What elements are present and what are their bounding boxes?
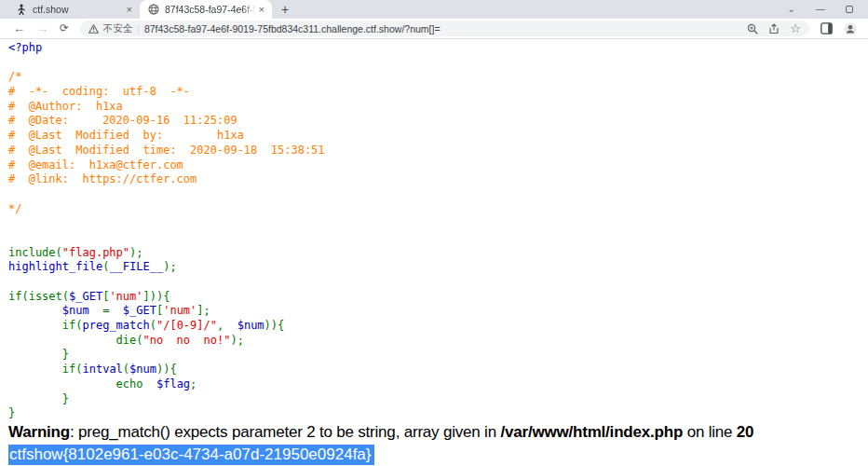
- tab-close-icon[interactable]: ×: [124, 4, 135, 16]
- code-line: # @Date: 2020-09-16 11:25:09: [8, 114, 868, 129]
- omnibox-separator: |: [137, 23, 140, 34]
- code-line: # @Last Modified by: h1xa: [8, 129, 868, 144]
- code-segment: 'num': [163, 304, 197, 317]
- code-segment: ;: [190, 377, 197, 391]
- code-segment: preg_match: [82, 319, 149, 332]
- code-segment: (: [123, 363, 129, 376]
- code-segment: (: [150, 319, 156, 332]
- tab-close-icon[interactable]: ×: [256, 4, 267, 16]
- code-segment: # @Last Modified time: 2020-09-18 15:38:…: [8, 144, 325, 157]
- code-segment: =: [89, 304, 123, 317]
- code-segment: # @Author: h1xa: [8, 100, 123, 113]
- code-line: if(isset($_GET['num'])){: [8, 290, 868, 305]
- zoom-magnifier-icon[interactable]: [747, 23, 758, 34]
- code-segment: # @email: h1xa@ctfer.com: [8, 158, 183, 171]
- globe-favicon-icon: [148, 4, 159, 15]
- code-line: <?php: [8, 41, 868, 56]
- security-warning-icon[interactable]: [88, 24, 99, 34]
- code-line: # @link: https://ctfer.com: [8, 172, 868, 187]
- code-line: }: [8, 392, 868, 407]
- code-segment: )){: [156, 363, 177, 376]
- tab-challenge[interactable]: 87f43c58-fa97-4e6f-9019-75fb ×: [140, 0, 272, 19]
- code-segment: }: [8, 348, 69, 361]
- code-line: die("no no no!");: [8, 334, 868, 349]
- code-segment: ];: [197, 304, 210, 317]
- code-segment: intval: [82, 363, 122, 376]
- warning-mid: on line: [683, 423, 737, 441]
- code-line: [8, 56, 868, 71]
- security-label: 不安全: [103, 22, 133, 35]
- warning-file-path: /var/www/html/index.php: [500, 423, 683, 441]
- code-segment: );: [163, 260, 176, 273]
- reload-button[interactable]: ⟳: [60, 23, 69, 34]
- warning-line-number: 20: [737, 423, 754, 441]
- code-segment: __FILE__: [109, 260, 163, 273]
- code-segment: }: [8, 392, 69, 405]
- code-segment: <?php: [8, 41, 42, 54]
- tab-title: ctf.show: [33, 4, 124, 15]
- tab-ctfshow[interactable]: ctf.show ×: [7, 0, 140, 19]
- code-segment: $num: [237, 319, 264, 332]
- code-segment: 'num': [109, 290, 142, 303]
- bookmark-star-icon[interactable]: ☆: [790, 22, 801, 34]
- share-icon[interactable]: [768, 23, 780, 34]
- flag-line: ctfshow{8102e961-e03c-4734-a07d-21950e09…: [8, 444, 868, 465]
- code-line: }: [8, 406, 868, 421]
- code-line: # @Last Modified time: 2020-09-18 15:38:…: [8, 144, 868, 158]
- code-segment: if(isset(: [8, 290, 69, 303]
- code-line: */: [8, 202, 868, 217]
- php-code: <?php /*# -*- coding: utf-8 -*-# @Author…: [8, 41, 868, 421]
- code-line: # -*- coding: utf-8 -*-: [8, 85, 868, 100]
- code-segment: if(: [8, 319, 82, 332]
- code-line: if(preg_match("/[0-9]/", $num)){: [8, 319, 868, 334]
- code-segment: )){: [264, 319, 285, 332]
- code-segment: $flag: [156, 377, 190, 391]
- tab-search-chevron-icon[interactable]: ⌄: [788, 5, 795, 14]
- window-controls: ⌄ —: [788, 5, 868, 14]
- code-line: $num = $_GET['num'];: [8, 304, 868, 319]
- code-segment: }: [8, 406, 15, 419]
- code-segment: # -*- coding: utf-8 -*-: [8, 85, 190, 98]
- code-segment: "/[0-9]/": [156, 319, 217, 332]
- minimize-button[interactable]: —: [816, 5, 825, 14]
- code-segment: # @Date: 2020-09-16 11:25:09: [8, 114, 237, 127]
- ctfshow-runner-favicon-icon: [16, 4, 27, 15]
- back-button[interactable]: ←: [13, 22, 25, 34]
- forward-button[interactable]: →: [36, 22, 48, 34]
- code-segment: $num: [129, 363, 156, 376]
- code-line: [8, 275, 868, 290]
- url-text[interactable]: 87f43c58-fa97-4e6f-9019-75fbd834c311.cha…: [144, 23, 739, 34]
- side-panel-icon[interactable]: [821, 22, 833, 34]
- code-segment: if(: [8, 363, 82, 376]
- tab-strip: ctf.show × 87f43c58-fa97-4e6f-9019-75fb …: [0, 0, 868, 19]
- code-segment: die(: [8, 334, 143, 347]
- code-segment: # @Last Modified by: h1xa: [8, 129, 244, 142]
- page-content: <?php /*# -*- coding: utf-8 -*-# @Author…: [0, 39, 868, 465]
- code-line: [8, 187, 868, 202]
- code-segment: $_GET: [123, 304, 156, 317]
- profile-avatar-icon[interactable]: [844, 22, 857, 35]
- code-segment: */: [8, 202, 21, 215]
- code-segment: highlight_file: [8, 260, 102, 273]
- address-bar[interactable]: 不安全 | 87f43c58-fa97-4e6f-9019-75fbd834c3…: [80, 21, 809, 36]
- code-line: highlight_file(__FILE__);: [8, 260, 868, 275]
- code-line: # @email: h1xa@ctfer.com: [8, 158, 868, 173]
- code-line: [8, 216, 868, 231]
- toolbar-right-icons: [821, 22, 857, 35]
- code-segment: "flag.php": [62, 246, 129, 259]
- code-segment: ,: [217, 319, 237, 332]
- code-line: if(intval($num)){: [8, 363, 868, 377]
- php-warning: Warning: preg_match() expects parameter …: [8, 421, 868, 443]
- maximize-button[interactable]: [846, 6, 853, 13]
- code-line: /*: [8, 70, 868, 85]
- new-tab-button[interactable]: +: [272, 0, 298, 19]
- code-segment: );: [129, 246, 142, 259]
- code-segment: );: [230, 334, 243, 347]
- code-line: echo $flag;: [8, 377, 868, 392]
- omnibox-right-icons: ☆: [747, 22, 801, 34]
- warning-body: : preg_match() expects parameter 2 to be…: [70, 423, 500, 441]
- code-segment: $num: [8, 304, 89, 317]
- code-line: include("flag.php");: [8, 246, 868, 261]
- code-line: }: [8, 348, 868, 363]
- code-segment: $_GET: [69, 290, 102, 303]
